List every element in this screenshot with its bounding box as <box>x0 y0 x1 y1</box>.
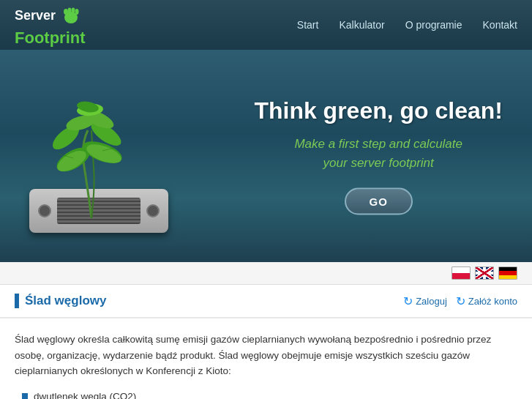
server-circle-right <box>146 204 160 217</box>
flag-poland[interactable] <box>452 266 471 280</box>
hero-subtitle: Make a first step and calculate your ser… <box>254 135 503 172</box>
header: Server Footprint Start Kalkulator O prog… <box>0 0 532 50</box>
svg-point-1 <box>64 9 68 15</box>
svg-point-2 <box>68 7 72 12</box>
content-title-area: Ślad węglowy <box>15 294 106 308</box>
hero-section: Think green, go clean! Make a first step… <box>0 50 532 262</box>
login-link[interactable]: ↻ Zaloguj <box>403 294 447 308</box>
main-nav: Start Kalkulator O programie Kontakt <box>297 19 517 31</box>
logo-text-block: Server Footprint <box>15 3 86 48</box>
flag-uk[interactable] <box>475 266 494 280</box>
logo-footprint-text: Footprint <box>15 29 86 48</box>
logo-server-text: Server <box>15 8 56 23</box>
login-label: Zaloguj <box>416 296 447 307</box>
content-header: Ślad węglowy ↻ Zaloguj ↻ Załóż konto <box>0 285 532 318</box>
register-label: Załóż konto <box>468 296 517 307</box>
nav-start[interactable]: Start <box>297 19 319 31</box>
bullet-icon <box>22 393 28 399</box>
nav-kontakt[interactable]: Kontakt <box>483 19 517 31</box>
list-item-label: dwutlenek węgla (CO2) <box>34 391 136 399</box>
register-icon: ↻ <box>456 294 465 308</box>
foot-icon <box>60 3 82 29</box>
plant-decoration <box>44 94 139 225</box>
content-paragraph: Ślad węglowy określa całkowitą sumę emis… <box>15 332 517 379</box>
register-link[interactable]: ↻ Załóż konto <box>456 294 517 308</box>
list-item: dwutlenek węgla (CO2) <box>22 391 517 399</box>
content-area: Ślad węglowy ↻ Zaloguj ↻ Załóż konto Śla… <box>0 285 532 399</box>
content-title: Ślad węglowy <box>25 294 106 308</box>
nav-o-programie[interactable]: O programie <box>405 19 462 31</box>
svg-point-3 <box>72 7 75 12</box>
svg-point-4 <box>75 9 79 15</box>
bullet-list: dwutlenek węgla (CO2) metan (CH4) podtle… <box>15 391 517 399</box>
go-button[interactable]: GO <box>345 188 413 215</box>
hero-title: Think green, go clean! <box>254 97 503 124</box>
hero-text-area: Think green, go clean! Make a first step… <box>254 97 503 215</box>
nav-kalkulator[interactable]: Kalkulator <box>339 19 384 31</box>
login-icon: ↻ <box>403 294 413 308</box>
logo-area: Server Footprint <box>15 3 86 48</box>
language-bar <box>0 262 532 285</box>
title-marker <box>15 294 19 308</box>
auth-area: ↻ Zaloguj ↻ Załóż konto <box>403 294 517 308</box>
content-body: Ślad węglowy określa całkowitą sumę emis… <box>0 318 532 399</box>
flag-germany[interactable] <box>498 266 517 280</box>
